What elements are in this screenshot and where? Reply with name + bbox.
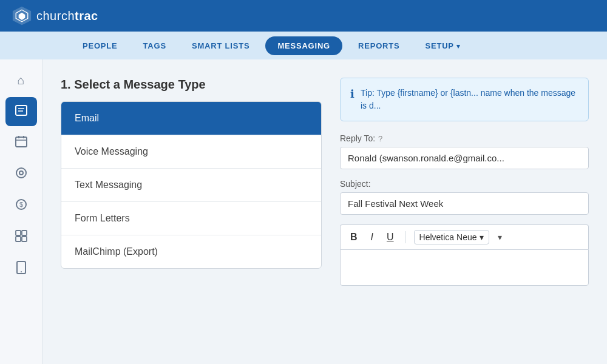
sidebar: ⌂ bbox=[0, 59, 42, 364]
msg-type-email[interactable]: Email bbox=[61, 102, 321, 135]
logo-text: churchtrac bbox=[36, 9, 98, 23]
content-area: 1. Select a Message Type Email Voice Mes… bbox=[42, 59, 607, 364]
msg-type-voice[interactable]: Voice Messaging bbox=[61, 135, 321, 169]
right-panel: ℹ Tip: Type {firstname} or {lastn... nam… bbox=[340, 78, 589, 352]
svg-point-19 bbox=[21, 271, 22, 272]
svg-rect-17 bbox=[22, 237, 27, 241]
svg-rect-6 bbox=[16, 137, 27, 147]
svg-rect-14 bbox=[16, 231, 21, 235]
circle-icon bbox=[15, 166, 28, 183]
svg-rect-16 bbox=[16, 237, 21, 241]
sidebar-item-dashboard[interactable] bbox=[5, 223, 37, 252]
toolbar-divider bbox=[405, 231, 405, 243]
svg-point-10 bbox=[16, 168, 26, 178]
sidebar-item-calendar[interactable] bbox=[5, 129, 37, 158]
subject-input[interactable] bbox=[340, 192, 589, 215]
bold-button[interactable]: B bbox=[348, 231, 360, 244]
left-panel: 1. Select a Message Type Email Voice Mes… bbox=[61, 78, 322, 352]
nav-bar: PEOPLE TAGS SMART LISTS MESSAGING REPORT… bbox=[0, 32, 607, 59]
main-layout: ⌂ bbox=[0, 59, 607, 364]
subject-label: Subject: bbox=[340, 179, 589, 189]
tip-text: Tip: Type {firstname} or {lastn... name … bbox=[361, 87, 578, 112]
font-selector[interactable]: Helvetica Neue ▾ bbox=[414, 230, 489, 244]
sidebar-item-contacts[interactable] bbox=[5, 97, 37, 126]
svg-rect-15 bbox=[22, 231, 27, 235]
reply-to-help-icon[interactable]: ? bbox=[378, 134, 382, 143]
svg-rect-3 bbox=[16, 106, 27, 115]
calendar-icon bbox=[15, 135, 28, 152]
section-title: 1. Select a Message Type bbox=[61, 78, 322, 92]
home-icon: ⌂ bbox=[17, 73, 24, 87]
underline-button[interactable]: U bbox=[384, 231, 396, 244]
size-arrow-icon[interactable]: ▾ bbox=[498, 232, 502, 242]
finance-icon: $ bbox=[15, 198, 28, 215]
editor-toolbar: B I U Helvetica Neue ▾ ▾ bbox=[340, 224, 589, 249]
editor-body[interactable] bbox=[340, 249, 589, 286]
msg-type-text[interactable]: Text Messaging bbox=[61, 169, 321, 202]
nav-setup[interactable]: SETUP bbox=[415, 36, 470, 55]
mobile-icon bbox=[16, 261, 27, 278]
nav-people[interactable]: PEOPLE bbox=[73, 36, 127, 55]
font-arrow-icon: ▾ bbox=[480, 232, 484, 242]
msg-type-mailchimp[interactable]: MailChimp (Export) bbox=[61, 235, 321, 268]
reply-to-input[interactable] bbox=[340, 147, 589, 169]
nav-messaging[interactable]: MESSAGING bbox=[265, 36, 342, 55]
contacts-icon bbox=[15, 104, 28, 120]
message-type-list: Email Voice Messaging Text Messaging For… bbox=[61, 101, 322, 269]
logo[interactable]: churchtrac bbox=[12, 6, 98, 25]
msg-type-form[interactable]: Form Letters bbox=[61, 202, 321, 235]
svg-point-11 bbox=[19, 171, 23, 175]
logo-icon bbox=[12, 6, 32, 25]
font-name: Helvetica Neue bbox=[419, 232, 477, 242]
sidebar-item-mobile[interactable] bbox=[5, 255, 37, 284]
svg-text:$: $ bbox=[19, 201, 23, 208]
sidebar-item-circle[interactable] bbox=[5, 160, 37, 189]
subject-group: Subject: bbox=[340, 179, 589, 215]
sidebar-item-finance[interactable]: $ bbox=[5, 192, 37, 221]
nav-reports[interactable]: REPORTS bbox=[348, 36, 409, 55]
tip-box: ℹ Tip: Type {firstname} or {lastn... nam… bbox=[340, 78, 589, 121]
info-icon: ℹ bbox=[350, 87, 354, 101]
sidebar-item-home[interactable]: ⌂ bbox=[5, 66, 37, 95]
dashboard-icon bbox=[15, 229, 28, 246]
top-bar: churchtrac bbox=[0, 0, 607, 32]
reply-to-group: Reply To: ? bbox=[340, 133, 589, 169]
reply-to-label: Reply To: ? bbox=[340, 133, 589, 143]
nav-smart-lists[interactable]: SMART LISTS bbox=[182, 36, 259, 55]
italic-button[interactable]: I bbox=[368, 231, 376, 244]
nav-tags[interactable]: TAGS bbox=[134, 36, 176, 55]
